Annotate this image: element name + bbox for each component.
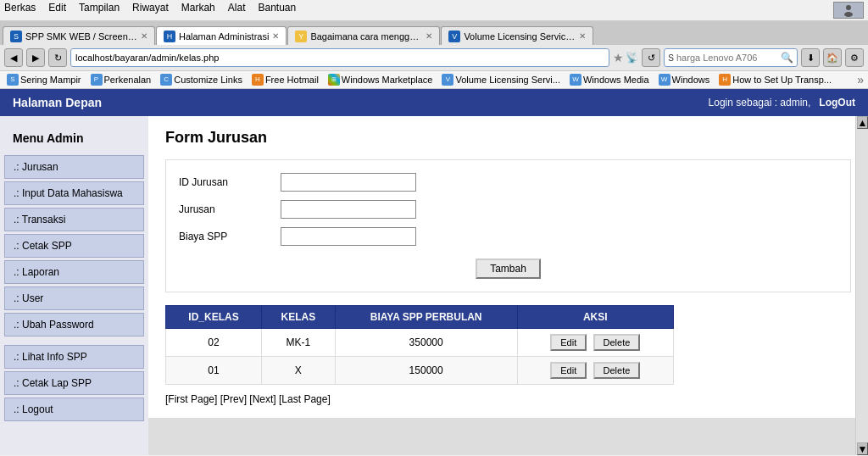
page-header-title: Halaman Depan bbox=[13, 96, 102, 109]
bookmark-windows-media[interactable]: W Windows Media bbox=[567, 73, 652, 86]
url-box bbox=[70, 48, 609, 67]
form-row-biaya: Biaya SPP bbox=[179, 227, 837, 246]
tab-close-3[interactable]: ✕ bbox=[426, 31, 432, 41]
tab-close-1[interactable]: ✕ bbox=[141, 31, 147, 41]
content-wrapper: Form Jurusan ID Jurusan Jurusan Biaya SP… bbox=[148, 116, 868, 455]
bk-label-5: Windows Marketplace bbox=[342, 75, 433, 85]
menu-tampilan[interactable]: Tampilan bbox=[79, 2, 120, 19]
tab-close-4[interactable]: ✕ bbox=[579, 31, 586, 41]
bookmark-volume[interactable]: V Volume Licensing Servi... bbox=[439, 73, 563, 86]
tab-label-4: Volume Licensing Service Center bbox=[464, 31, 576, 42]
sidebar-item-input-data[interactable]: .: Input Data Mahasiswa bbox=[4, 181, 144, 205]
bookmark-customize[interactable]: C Customize Links bbox=[158, 73, 245, 86]
refresh-button[interactable]: ↻ bbox=[48, 48, 67, 67]
tab-volume[interactable]: V Volume Licensing Service Center ✕ bbox=[441, 26, 593, 45]
address-bar: ◀ ▶ ↻ ★ 📡 ↺ S 🔍 ⬇ 🏠 ⚙ bbox=[0, 45, 868, 71]
download-button[interactable]: ⬇ bbox=[801, 48, 820, 67]
input-id-jurusan[interactable] bbox=[281, 173, 416, 192]
pagination-text[interactable]: [First Page] [Prev] [Next] [Last Page] bbox=[165, 393, 331, 405]
menu-alat[interactable]: Alat bbox=[228, 2, 246, 19]
search-engine-icon: S bbox=[668, 53, 674, 63]
rss-icon[interactable]: 📡 bbox=[626, 52, 638, 64]
login-text: Login sebagai : admin, bbox=[709, 97, 811, 108]
back-button[interactable]: ◀ bbox=[4, 48, 23, 67]
table-header: ID_KELAS KELAS BIAYA SPP PERBULAN AKSI bbox=[166, 306, 674, 329]
delete-button-1[interactable]: Delete bbox=[593, 334, 641, 351]
star-icon[interactable]: ★ bbox=[613, 51, 624, 64]
input-biaya-spp[interactable] bbox=[281, 227, 416, 246]
bk-icon-1: S bbox=[7, 74, 19, 86]
sidebar-item-cetak-lap[interactable]: .: Cetak Lap SPP bbox=[4, 371, 144, 395]
menu-berkas[interactable]: Berkas bbox=[4, 2, 36, 19]
sidebar-item-laporan[interactable]: .: Laporan bbox=[4, 260, 144, 284]
sidebar-item-logout[interactable]: .: Logout bbox=[4, 398, 144, 421]
bk-label-8: Windows bbox=[672, 75, 710, 85]
bk-label-4: Free Hotmail bbox=[265, 75, 319, 85]
form-section: ID Jurusan Jurusan Biaya SPP Tambah bbox=[165, 159, 851, 292]
bookmark-howto[interactable]: H How to Set Up Transp... bbox=[716, 73, 834, 86]
bookmark-marketplace[interactable]: ⊞ Windows Marketplace bbox=[326, 73, 436, 86]
sidebar-item-jurusan[interactable]: .: Jurusan bbox=[4, 155, 144, 179]
form-row-id: ID Jurusan bbox=[179, 173, 837, 192]
menu-bar: Berkas Edit Tampilan Riwayat Markah Alat… bbox=[0, 0, 868, 21]
label-id-jurusan: ID Jurusan bbox=[179, 176, 281, 188]
pagination: [First Page] [Prev] [Next] [Last Page] bbox=[165, 393, 851, 405]
form-row-jurusan: Jurusan bbox=[179, 200, 837, 219]
tab-spp-smk[interactable]: S SPP SMK WEB / Screenshots ✕ bbox=[3, 26, 155, 45]
tab-label-3: Bagaimana cara menggunakan mesin cuci... bbox=[310, 31, 422, 42]
bk-icon-3: C bbox=[160, 74, 172, 86]
menu-edit[interactable]: Edit bbox=[48, 2, 66, 19]
sidebar-item-ubah-password[interactable]: .: Ubah Password bbox=[4, 313, 144, 336]
tambah-button[interactable]: Tambah bbox=[476, 259, 541, 279]
scrollbar[interactable]: ▲ ▼ bbox=[855, 116, 868, 455]
tab-close-2[interactable]: ✕ bbox=[272, 31, 279, 41]
bookmarks-bar: S Sering Mampir P Perkenalan C Customize… bbox=[0, 71, 868, 89]
edit-button-1[interactable]: Edit bbox=[550, 334, 587, 351]
svg-point-1 bbox=[844, 12, 853, 17]
tab-bagaimana[interactable]: Y Bagaimana cara menggunakan mesin cuci.… bbox=[287, 26, 440, 45]
label-biaya-spp: Biaya SPP bbox=[179, 231, 281, 242]
bookmark-sering[interactable]: S Sering Mampir bbox=[4, 73, 84, 86]
sidebar-item-transaksi[interactable]: .: Transaksi bbox=[4, 208, 144, 231]
cell-id-kelas-2: 01 bbox=[166, 357, 262, 385]
tools-button[interactable]: ⚙ bbox=[845, 48, 864, 67]
data-table: ID_KELAS KELAS BIAYA SPP PERBULAN AKSI 0… bbox=[165, 305, 674, 385]
table-body: 02 MK-1 350000 Edit Delete 01 X 150000 bbox=[166, 329, 674, 385]
menu-bantuan[interactable]: Bantuan bbox=[258, 2, 296, 19]
menu-markah[interactable]: Markah bbox=[181, 2, 215, 19]
bookmark-perkenalan[interactable]: P Perkenalan bbox=[88, 73, 154, 86]
bk-label-7: Windows Media bbox=[583, 75, 649, 85]
col-biaya: BIAYA SPP PERBULAN bbox=[335, 306, 517, 329]
logout-button[interactable]: LogOut bbox=[819, 97, 855, 108]
cell-biaya-1: 350000 bbox=[335, 329, 517, 357]
tab-favicon-4: V bbox=[448, 31, 460, 42]
delete-button-2[interactable]: Delete bbox=[593, 362, 641, 379]
bookmarks-more[interactable]: » bbox=[857, 73, 864, 86]
input-jurusan[interactable] bbox=[281, 200, 416, 219]
bk-label-1: Sering Mampir bbox=[20, 75, 81, 85]
bookmark-windows[interactable]: W Windows bbox=[656, 73, 713, 86]
cell-kelas-1: MK-1 bbox=[261, 329, 335, 357]
menu-riwayat[interactable]: Riwayat bbox=[132, 2, 169, 19]
search-icon[interactable]: 🔍 bbox=[781, 52, 793, 64]
url-input[interactable] bbox=[75, 53, 604, 63]
refresh-btn2[interactable]: ↺ bbox=[642, 48, 660, 67]
home-button[interactable]: 🏠 bbox=[823, 48, 842, 67]
cell-biaya-2: 150000 bbox=[335, 357, 517, 385]
table-row: 02 MK-1 350000 Edit Delete bbox=[166, 329, 674, 357]
bookmark-hotmail[interactable]: H Free Hotmail bbox=[249, 73, 321, 86]
search-area: S 🔍 bbox=[664, 48, 798, 67]
scroll-down[interactable]: ▼ bbox=[857, 442, 868, 455]
table-row: 01 X 150000 Edit Delete bbox=[166, 357, 674, 385]
sidebar-item-lihat-info[interactable]: .: Lihat Info SPP bbox=[4, 345, 144, 369]
tab-admin[interactable]: H Halaman Administrasi ✕ bbox=[156, 26, 287, 45]
bk-label-6: Volume Licensing Servi... bbox=[455, 75, 560, 85]
scroll-up[interactable]: ▲ bbox=[857, 116, 868, 129]
profile-icon bbox=[833, 2, 864, 19]
edit-button-2[interactable]: Edit bbox=[550, 362, 587, 379]
search-input[interactable] bbox=[676, 53, 778, 63]
forward-button[interactable]: ▶ bbox=[26, 48, 45, 67]
scroll-track bbox=[857, 129, 868, 442]
sidebar-item-cetak-spp[interactable]: .: Cetak SPP bbox=[4, 234, 144, 258]
sidebar-item-user[interactable]: .: User bbox=[4, 286, 144, 310]
